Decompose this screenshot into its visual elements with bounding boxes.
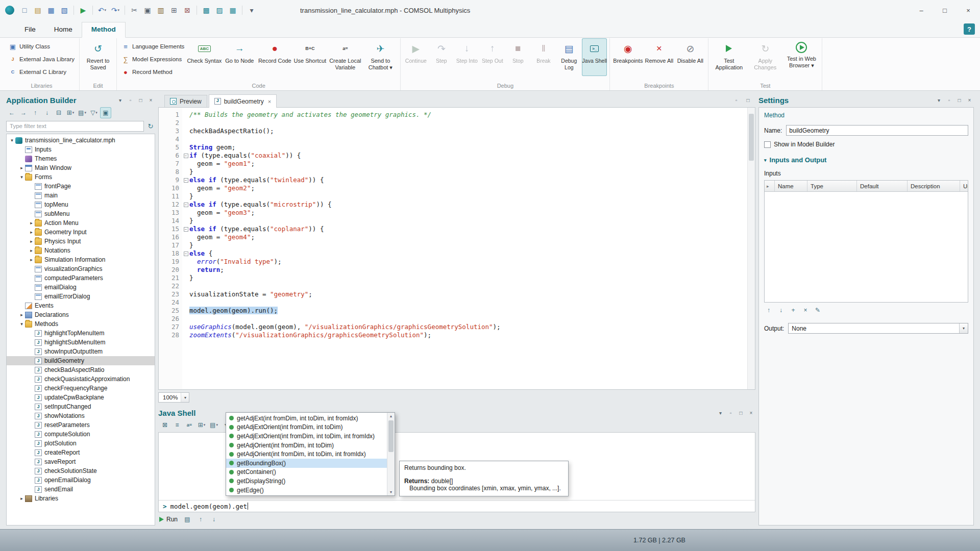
save-as-button[interactable]: ▧ bbox=[58, 4, 70, 17]
scrollbar-thumb[interactable] bbox=[388, 420, 394, 452]
dropdown-arrow-icon[interactable] bbox=[959, 323, 968, 333]
scroll-up-icon[interactable] bbox=[387, 413, 395, 419]
tree-item-computedparameters[interactable]: computedParameters bbox=[7, 273, 155, 283]
fold-toggle-icon[interactable]: − bbox=[184, 178, 188, 183]
external-java-library-button[interactable]: JExternal Java Library bbox=[7, 54, 77, 65]
test-application-button[interactable]: Test Application bbox=[711, 38, 747, 76]
next-command-button[interactable]: ↓ bbox=[208, 514, 219, 525]
refresh-icon[interactable]: ↻ bbox=[146, 121, 155, 131]
tree-item-buildgeometry[interactable]: buildGeometry bbox=[7, 356, 155, 365]
panel-menu-button[interactable]: ▾ bbox=[116, 96, 125, 104]
float-panel-button[interactable]: ▫ bbox=[945, 96, 953, 104]
code-line[interactable]: zoomExtents("/visualizationGraphics/grap… bbox=[189, 331, 747, 339]
table-body[interactable] bbox=[765, 192, 968, 302]
expander-icon[interactable]: ▸ bbox=[28, 257, 35, 262]
code-line[interactable]: error("Invalid type"); bbox=[189, 258, 747, 266]
previous-command-button[interactable]: ↑ bbox=[195, 514, 206, 525]
autocomplete-item[interactable]: getAdjOrient(int fromDim, int toDim) bbox=[226, 441, 387, 450]
tree-item-updatecpwbackplane[interactable]: updateCpwBackplane bbox=[7, 393, 155, 402]
tree-item-events[interactable]: Events bbox=[7, 301, 155, 310]
delete-button[interactable]: ⊠ bbox=[181, 4, 193, 17]
send-to-chatbot-button[interactable]: ✈Send to Chatbot ▾ bbox=[363, 38, 398, 76]
column-header-default[interactable]: Default bbox=[857, 181, 908, 191]
tree-item-forms[interactable]: ▾Forms bbox=[7, 172, 155, 182]
tree-item-emailerrordialog[interactable]: emailErrorDialog bbox=[7, 292, 155, 301]
code-line[interactable]: } bbox=[189, 217, 747, 225]
inputs-and-output-section[interactable]: Inputs and Output bbox=[764, 156, 968, 164]
tree-item-inputs[interactable]: Inputs bbox=[7, 145, 155, 154]
minimize-button[interactable]: – bbox=[910, 0, 933, 20]
breakpoints-button[interactable]: ◉Breakpoints bbox=[612, 38, 643, 76]
code-line[interactable]: else { bbox=[189, 249, 747, 258]
expander-icon[interactable]: ▸ bbox=[18, 165, 25, 170]
close-tab-icon[interactable]: × bbox=[268, 98, 271, 105]
expander-icon[interactable]: ▾ bbox=[9, 138, 15, 143]
expand-all-button[interactable]: ⊞▾ bbox=[65, 107, 76, 118]
column-header-name[interactable]: Name bbox=[775, 181, 807, 191]
tree-item-shownotations[interactable]: showNotations bbox=[7, 411, 155, 420]
expander-icon[interactable]: ▾ bbox=[18, 321, 25, 327]
save-button[interactable]: ▦ bbox=[45, 4, 57, 17]
cut-button[interactable]: ✂ bbox=[128, 4, 140, 17]
column-header-description[interactable]: Description bbox=[908, 181, 960, 191]
tree-item-physics-input[interactable]: ▸Physics Input bbox=[7, 237, 155, 246]
tree-item-visualizationgraphics[interactable]: visualizationGraphics bbox=[7, 264, 155, 273]
new-file-button[interactable]: □ bbox=[18, 4, 31, 17]
step-out-button[interactable]: ↑Step Out bbox=[480, 38, 505, 76]
shell-input-line[interactable]: > model.geom(geom).get bbox=[159, 500, 755, 512]
code-line[interactable]: geom = "geom3"; bbox=[189, 209, 747, 217]
maximize-panel-button[interactable]: □ bbox=[737, 409, 745, 417]
close-panel-button[interactable]: × bbox=[146, 96, 155, 104]
record-method-button[interactable]: ●Record Method bbox=[119, 66, 186, 78]
code-line[interactable]: useGraphics(model.geom(geom), "/visualiz… bbox=[189, 323, 747, 331]
ribbon-tab-file[interactable]: File bbox=[15, 22, 45, 37]
revert-to-saved-button[interactable]: ↺Revert to Saved bbox=[82, 38, 114, 76]
copy-button[interactable]: ▣ bbox=[141, 4, 154, 17]
debug-log-button[interactable]: ▤Debug Log bbox=[556, 38, 581, 76]
delete-row-button[interactable]: × bbox=[801, 306, 810, 315]
tree-item-submenu[interactable]: subMenu bbox=[7, 209, 155, 218]
tree-item-notations[interactable]: ▸Notations bbox=[7, 246, 155, 255]
autocomplete-item[interactable]: getEdge() bbox=[226, 486, 387, 495]
close-panel-button[interactable]: × bbox=[965, 96, 974, 104]
tree-item-methods[interactable]: ▾Methods bbox=[7, 319, 155, 329]
collapse-icon[interactable] bbox=[764, 158, 767, 163]
autocomplete-item[interactable]: getAdjExtOrient(int fromDim, int toDim, … bbox=[226, 432, 387, 441]
zoom-dropdown-icon[interactable] bbox=[181, 393, 189, 402]
tree-item-createreport[interactable]: createReport bbox=[7, 448, 155, 457]
edit-table-button[interactable]: ✎ bbox=[813, 306, 822, 315]
panel-menu-button[interactable]: ▾ bbox=[935, 96, 943, 104]
tree-item-themes[interactable]: Themes bbox=[7, 154, 155, 163]
view-menu-button[interactable]: ▤▾ bbox=[77, 107, 88, 118]
code-line[interactable] bbox=[189, 298, 747, 307]
application-builder-button[interactable]: ▨ bbox=[213, 4, 226, 17]
scroll-lock-button[interactable]: ≡ bbox=[172, 419, 183, 431]
tree-item-highlightsubmenuitem[interactable]: highlightSubMenuItem bbox=[7, 338, 155, 347]
tree-item-libraries[interactable]: ▸Libraries bbox=[7, 494, 155, 503]
move-row-down-button[interactable]: ↓ bbox=[776, 306, 786, 315]
record-code-button[interactable]: ●Record Code bbox=[257, 38, 292, 76]
tree-item-checksolutionstate[interactable]: checkSolutionState bbox=[7, 466, 155, 475]
tree-item-savereport[interactable]: saveReport bbox=[7, 457, 155, 466]
use-shortcut-button[interactable]: B+CUse Shortcut bbox=[292, 38, 327, 76]
autocomplete-item[interactable]: getAdjExt(int fromDim, int toDim, int fr… bbox=[226, 414, 387, 423]
column-header-unit[interactable]: Unit bbox=[960, 181, 968, 191]
stop-button[interactable]: ■Stop bbox=[505, 38, 530, 76]
show-variables-button[interactable]: a= bbox=[184, 419, 195, 431]
code-area[interactable]: /** Builds the geometry and activates th… bbox=[189, 108, 747, 389]
code-line[interactable] bbox=[189, 119, 747, 127]
code-line[interactable]: model.geom(geom).run(); bbox=[189, 307, 747, 315]
expander-icon[interactable]: ▸ bbox=[18, 496, 25, 501]
tree-item-highlighttopmenuitem[interactable]: highlightTopMenuItem bbox=[7, 329, 155, 338]
close-panel-button[interactable]: × bbox=[747, 409, 755, 417]
back-button[interactable]: ← bbox=[6, 107, 17, 118]
scroll-down-icon[interactable] bbox=[387, 489, 395, 495]
tree-item-main[interactable]: main bbox=[7, 191, 155, 200]
editor-tab-buildgeometry[interactable]: buildGeometry× bbox=[209, 94, 277, 108]
disable-all-button[interactable]: ⊘Disable All bbox=[675, 38, 705, 76]
maximize-panel-button[interactable]: □ bbox=[136, 96, 145, 104]
run-application-button[interactable]: ▶ bbox=[77, 4, 89, 17]
tree-item-openemaildialog[interactable]: openEmailDialog bbox=[7, 475, 155, 485]
tree-item-frontpage[interactable]: frontPage bbox=[7, 182, 155, 191]
tree-item-checkquasistaticapproximation[interactable]: checkQuasistaticApproximation bbox=[7, 374, 155, 384]
